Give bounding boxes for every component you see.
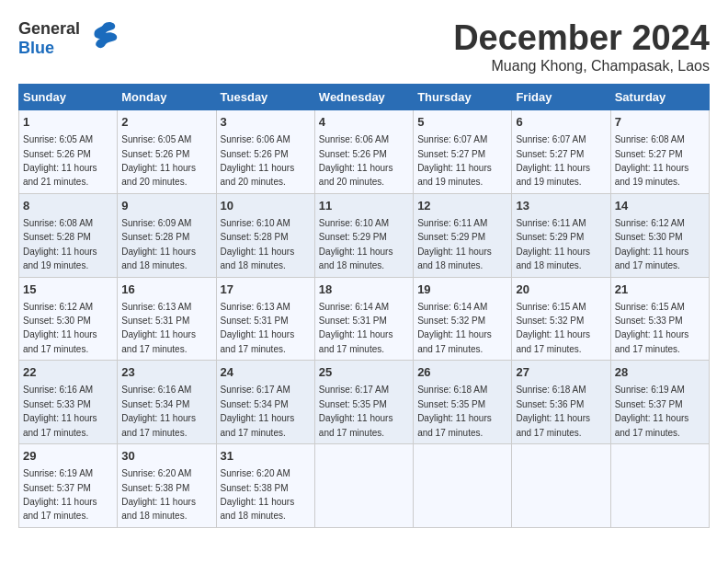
day-number: 11 (319, 198, 409, 214)
daylight-info: Daylight: 11 hours and 18 minutes. (221, 247, 295, 270)
sunset-info: Sunset: 5:33 PM (615, 316, 683, 326)
table-row: 14Sunrise: 6:12 AMSunset: 5:30 PMDayligh… (610, 193, 709, 277)
table-row: 6Sunrise: 6:07 AMSunset: 5:27 PMDaylight… (512, 110, 610, 194)
logo-blue: Blue (18, 39, 54, 57)
sunrise-info: Sunrise: 6:17 AM (221, 385, 290, 395)
daylight-info: Daylight: 11 hours and 17 minutes. (417, 329, 492, 353)
daylight-info: Daylight: 11 hours and 19 minutes. (615, 163, 689, 187)
daylight-info: Daylight: 11 hours and 18 minutes. (319, 247, 393, 270)
sunrise-info: Sunrise: 6:10 AM (221, 218, 290, 228)
sunset-info: Sunset: 5:28 PM (23, 232, 91, 242)
sunset-info: Sunset: 5:26 PM (319, 149, 387, 159)
daylight-info: Daylight: 11 hours and 17 minutes. (23, 329, 97, 353)
sunrise-info: Sunrise: 6:20 AM (221, 468, 290, 478)
sunset-info: Sunset: 5:34 PM (121, 399, 189, 409)
table-row: 27Sunrise: 6:18 AMSunset: 5:36 PMDayligh… (512, 361, 610, 444)
daylight-info: Daylight: 11 hours and 17 minutes. (319, 329, 393, 353)
sunrise-info: Sunrise: 6:11 AM (516, 218, 586, 228)
table-row: 22Sunrise: 6:16 AMSunset: 5:33 PMDayligh… (19, 361, 118, 444)
sunrise-info: Sunrise: 6:06 AM (319, 134, 389, 144)
table-row: 28Sunrise: 6:19 AMSunset: 5:37 PMDayligh… (610, 361, 709, 444)
daylight-info: Daylight: 11 hours and 19 minutes. (23, 247, 97, 270)
daylight-info: Daylight: 11 hours and 17 minutes. (121, 413, 196, 437)
week-row-2: 8Sunrise: 6:08 AMSunset: 5:28 PMDaylight… (19, 193, 710, 277)
table-row: 9Sunrise: 6:09 AMSunset: 5:28 PMDaylight… (118, 193, 216, 277)
calendar-table: SundayMondayTuesdayWednesdayThursdayFrid… (18, 84, 710, 528)
day-number: 15 (23, 282, 113, 298)
table-row: 23Sunrise: 6:16 AMSunset: 5:34 PMDayligh… (118, 361, 216, 444)
sunrise-info: Sunrise: 6:16 AM (121, 385, 191, 395)
sunrise-info: Sunrise: 6:13 AM (121, 302, 191, 312)
sunset-info: Sunset: 5:31 PM (319, 316, 387, 326)
daylight-info: Daylight: 11 hours and 17 minutes. (516, 413, 590, 437)
daylight-info: Daylight: 11 hours and 20 minutes. (221, 163, 295, 187)
table-row: 31Sunrise: 6:20 AMSunset: 5:38 PMDayligh… (216, 444, 314, 528)
sunrise-info: Sunrise: 6:10 AM (319, 218, 389, 228)
sunrise-info: Sunrise: 6:12 AM (23, 302, 93, 312)
sunrise-info: Sunrise: 6:13 AM (221, 302, 290, 312)
day-number: 17 (221, 282, 311, 298)
table-row: 16Sunrise: 6:13 AMSunset: 5:31 PMDayligh… (118, 277, 216, 361)
table-row: 13Sunrise: 6:11 AMSunset: 5:29 PMDayligh… (512, 193, 610, 277)
sunset-info: Sunset: 5:30 PM (23, 316, 91, 326)
logo: General Blue (18, 18, 120, 58)
sunset-info: Sunset: 5:28 PM (121, 232, 189, 242)
day-number: 23 (121, 364, 211, 381)
daylight-info: Daylight: 11 hours and 17 minutes. (516, 329, 590, 353)
sunset-info: Sunset: 5:35 PM (417, 399, 485, 409)
daylight-info: Daylight: 11 hours and 18 minutes. (121, 247, 196, 270)
header-tuesday: Tuesday (216, 85, 314, 110)
sunrise-info: Sunrise: 6:08 AM (23, 218, 93, 228)
day-number: 8 (23, 198, 113, 214)
sunset-info: Sunset: 5:33 PM (23, 399, 91, 409)
sunset-info: Sunset: 5:36 PM (516, 399, 584, 409)
sunrise-info: Sunrise: 6:07 AM (417, 134, 487, 144)
table-row: 1Sunrise: 6:05 AMSunset: 5:26 PMDaylight… (19, 110, 118, 194)
day-number: 18 (319, 282, 409, 298)
daylight-info: Daylight: 11 hours and 18 minutes. (221, 497, 295, 521)
daylight-info: Daylight: 11 hours and 17 minutes. (319, 413, 393, 437)
header-monday: Monday (118, 85, 216, 110)
table-row (414, 444, 512, 528)
sunset-info: Sunset: 5:37 PM (615, 399, 683, 409)
week-row-1: 1Sunrise: 6:05 AMSunset: 5:26 PMDaylight… (19, 110, 710, 194)
day-number: 5 (417, 114, 507, 131)
sunrise-info: Sunrise: 6:09 AM (121, 218, 191, 228)
table-row: 17Sunrise: 6:13 AMSunset: 5:31 PMDayligh… (216, 277, 314, 361)
table-row (512, 444, 610, 528)
table-row: 18Sunrise: 6:14 AMSunset: 5:31 PMDayligh… (314, 277, 413, 361)
page-header: General Blue December 2024 Muang Khong, … (18, 18, 710, 75)
sunrise-info: Sunrise: 6:06 AM (221, 134, 290, 144)
table-row (314, 444, 413, 528)
table-row: 2Sunrise: 6:05 AMSunset: 5:26 PMDaylight… (118, 110, 216, 194)
sunset-info: Sunset: 5:27 PM (615, 149, 683, 159)
table-row: 25Sunrise: 6:17 AMSunset: 5:35 PMDayligh… (314, 361, 413, 444)
sunset-info: Sunset: 5:31 PM (121, 316, 189, 326)
day-number: 19 (417, 282, 507, 298)
header-wednesday: Wednesday (314, 85, 413, 110)
table-row: 15Sunrise: 6:12 AMSunset: 5:30 PMDayligh… (19, 277, 118, 361)
day-number: 24 (221, 364, 311, 381)
day-number: 7 (615, 114, 705, 131)
header-thursday: Thursday (414, 85, 512, 110)
table-row: 3Sunrise: 6:06 AMSunset: 5:26 PMDaylight… (216, 110, 314, 194)
week-row-5: 29Sunrise: 6:19 AMSunset: 5:37 PMDayligh… (19, 444, 710, 528)
sunrise-info: Sunrise: 6:05 AM (121, 134, 191, 144)
day-number: 1 (23, 114, 113, 131)
daylight-info: Daylight: 11 hours and 18 minutes. (516, 247, 590, 270)
table-row: 12Sunrise: 6:11 AMSunset: 5:29 PMDayligh… (414, 193, 512, 277)
sunrise-info: Sunrise: 6:18 AM (516, 385, 586, 395)
daylight-info: Daylight: 11 hours and 17 minutes. (417, 413, 492, 437)
day-number: 20 (516, 282, 606, 298)
week-row-3: 15Sunrise: 6:12 AMSunset: 5:30 PMDayligh… (19, 277, 710, 361)
daylight-info: Daylight: 11 hours and 17 minutes. (615, 329, 689, 353)
day-number: 31 (221, 448, 311, 465)
day-number: 26 (417, 364, 507, 381)
sunrise-info: Sunrise: 6:11 AM (417, 218, 487, 228)
day-number: 6 (516, 114, 606, 131)
day-number: 3 (221, 114, 311, 131)
sunrise-info: Sunrise: 6:05 AM (23, 134, 93, 144)
day-number: 29 (23, 448, 113, 465)
table-row: 29Sunrise: 6:19 AMSunset: 5:37 PMDayligh… (19, 444, 118, 528)
table-row: 7Sunrise: 6:08 AMSunset: 5:27 PMDaylight… (610, 110, 709, 194)
